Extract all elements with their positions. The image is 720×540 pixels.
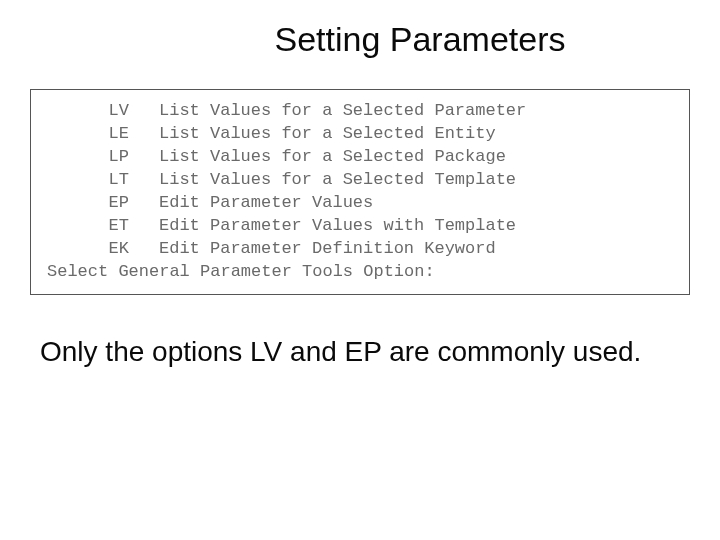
menu-desc: Edit Parameter Values	[159, 192, 681, 215]
menu-row: EP Edit Parameter Values	[39, 192, 681, 215]
menu-code: EP	[39, 192, 159, 215]
menu-row: LT List Values for a Selected Template	[39, 169, 681, 192]
menu-code: LT	[39, 169, 159, 192]
menu-code: LV	[39, 100, 159, 123]
menu-desc: List Values for a Selected Entity	[159, 123, 681, 146]
menu-row: LV List Values for a Selected Parameter	[39, 100, 681, 123]
menu-code: ET	[39, 215, 159, 238]
body-text: Only the options LV and EP are commonly …	[40, 335, 680, 369]
slide-title: Setting Parameters	[0, 0, 720, 59]
menu-prompt: Select General Parameter Tools Option:	[39, 261, 681, 284]
menu-code: EK	[39, 238, 159, 261]
menu-code: LP	[39, 146, 159, 169]
menu-row: LP List Values for a Selected Package	[39, 146, 681, 169]
menu-row: EK Edit Parameter Definition Keyword	[39, 238, 681, 261]
menu-desc: Edit Parameter Definition Keyword	[159, 238, 681, 261]
menu-desc: List Values for a Selected Template	[159, 169, 681, 192]
menu-desc: List Values for a Selected Package	[159, 146, 681, 169]
menu-row: ET Edit Parameter Values with Template	[39, 215, 681, 238]
menu-row: LE List Values for a Selected Entity	[39, 123, 681, 146]
parameter-menu-box: LV List Values for a Selected Parameter …	[30, 89, 690, 295]
menu-desc: List Values for a Selected Parameter	[159, 100, 681, 123]
menu-code: LE	[39, 123, 159, 146]
menu-desc: Edit Parameter Values with Template	[159, 215, 681, 238]
